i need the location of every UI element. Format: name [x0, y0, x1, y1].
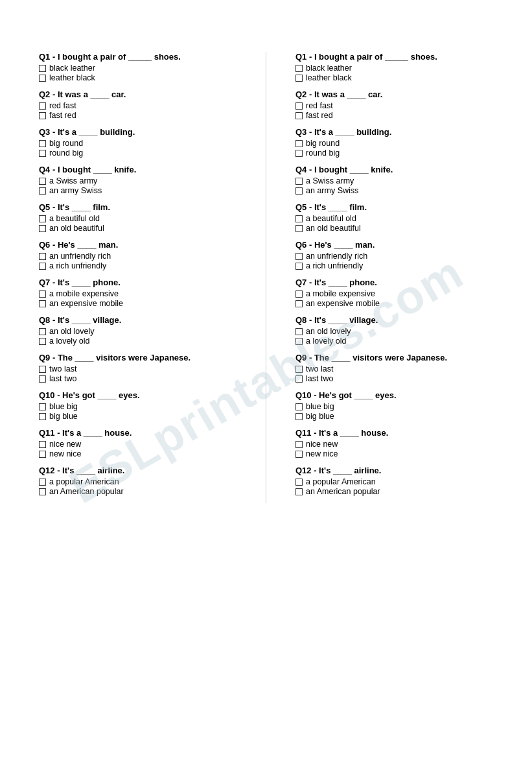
- option-row-left-q4-0: a Swiss army: [39, 176, 237, 185]
- question-block-right-q6: Q6 - He's ____ man.an unfriendly richa r…: [295, 240, 493, 271]
- checkbox-left-q2-1[interactable]: [39, 112, 46, 119]
- option-text-left-q12-0: a popular American: [49, 477, 119, 486]
- checkbox-left-q7-0[interactable]: [39, 290, 46, 298]
- checkbox-left-q10-1[interactable]: [39, 413, 46, 420]
- question-label-right-q11: Q11 - It's a ____ house.: [295, 428, 493, 438]
- left-column: Q1 - I bought a pair of _____ shoes.blac…: [39, 52, 237, 503]
- option-text-right-q6-1: a rich unfriendly: [306, 261, 363, 270]
- checkbox-right-q11-0[interactable]: [295, 441, 303, 448]
- checkbox-left-q1-0[interactable]: [39, 65, 46, 72]
- option-row-left-q11-1: new nice: [39, 449, 237, 458]
- checkbox-right-q1-0[interactable]: [295, 65, 303, 72]
- question-block-right-q7: Q7 - It's ____ phone.a mobile expensivea…: [295, 278, 493, 309]
- option-text-right-q6-0: an unfriendly rich: [306, 252, 367, 261]
- checkbox-right-q1-1[interactable]: [295, 75, 303, 82]
- option-text-left-q6-1: a rich unfriendly: [49, 261, 106, 270]
- question-block-right-q4: Q4 - I bought ____ knife.a Swiss armyan …: [295, 165, 493, 196]
- checkbox-right-q7-0[interactable]: [295, 290, 303, 298]
- checkbox-right-q3-0[interactable]: [295, 140, 303, 147]
- checkbox-right-q10-1[interactable]: [295, 413, 303, 420]
- checkbox-right-q12-0[interactable]: [295, 479, 303, 486]
- option-text-left-q6-0: an unfriendly rich: [49, 252, 111, 261]
- checkbox-right-q4-0[interactable]: [295, 178, 303, 185]
- checkbox-right-q8-1[interactable]: [295, 338, 303, 345]
- checkbox-left-q10-0[interactable]: [39, 403, 46, 410]
- option-row-left-q9-0: two last: [39, 364, 237, 373]
- question-label-left-q5: Q5 - It's ____ film.: [39, 202, 237, 212]
- checkbox-left-q9-1[interactable]: [39, 375, 46, 383]
- option-row-left-q8-1: a lovely old: [39, 337, 237, 346]
- option-row-left-q1-0: black leather: [39, 64, 237, 73]
- option-row-left-q2-1: fast red: [39, 111, 237, 120]
- option-row-right-q11-0: nice new: [295, 440, 493, 449]
- option-row-right-q7-1: an expensive mobile: [295, 299, 493, 308]
- question-label-right-q2: Q2 - It was a ____ car.: [295, 89, 493, 99]
- checkbox-right-q5-1[interactable]: [295, 225, 303, 232]
- checkbox-left-q12-1[interactable]: [39, 488, 46, 495]
- question-block-left-q3: Q3 - It's a ____ building.big roundround…: [39, 127, 237, 158]
- option-text-right-q8-1: a lovely old: [306, 337, 347, 346]
- option-text-left-q9-1: last two: [49, 374, 76, 383]
- option-row-right-q6-0: an unfriendly rich: [295, 252, 493, 261]
- checkbox-left-q6-1[interactable]: [39, 263, 46, 270]
- option-text-right-q11-0: nice new: [306, 440, 338, 449]
- checkbox-left-q11-0[interactable]: [39, 441, 46, 448]
- checkbox-left-q5-1[interactable]: [39, 225, 46, 232]
- checkbox-right-q2-0[interactable]: [295, 102, 303, 110]
- checkbox-left-q8-0[interactable]: [39, 328, 46, 335]
- option-row-left-q7-0: a mobile expensive: [39, 289, 237, 298]
- option-text-left-q1-1: leather black: [49, 73, 95, 82]
- checkbox-right-q3-1[interactable]: [295, 150, 303, 157]
- option-text-left-q11-0: nice new: [49, 440, 81, 449]
- option-text-left-q3-1: round big: [49, 148, 83, 158]
- checkbox-left-q9-0[interactable]: [39, 366, 46, 373]
- option-row-left-q2-0: red fast: [39, 101, 237, 110]
- option-row-left-q4-1: an army Swiss: [39, 186, 237, 195]
- question-block-right-q5: Q5 - It's ____ film.a beautiful oldan ol…: [295, 202, 493, 233]
- checkbox-right-q11-1[interactable]: [295, 451, 303, 458]
- checkbox-right-q5-0[interactable]: [295, 215, 303, 222]
- option-text-right-q12-0: a popular American: [306, 477, 376, 486]
- option-text-left-q2-0: red fast: [49, 101, 76, 110]
- question-label-right-q8: Q8 - It's ____ village.: [295, 315, 493, 325]
- question-block-left-q5: Q5 - It's ____ film.a beautiful oldan ol…: [39, 202, 237, 233]
- option-text-left-q3-0: big round: [49, 139, 83, 148]
- question-block-left-q9: Q9 - The ____ visitors were Japanese.two…: [39, 353, 237, 384]
- question-block-left-q11: Q11 - It's a ____ house.nice newnew nice: [39, 428, 237, 459]
- checkbox-right-q9-1[interactable]: [295, 375, 303, 383]
- option-row-left-q12-0: a popular American: [39, 477, 237, 486]
- option-text-right-q2-0: red fast: [306, 101, 333, 110]
- checkbox-right-q4-1[interactable]: [295, 187, 303, 195]
- checkbox-right-q6-1[interactable]: [295, 263, 303, 270]
- column-divider: [266, 52, 266, 503]
- checkbox-right-q12-1[interactable]: [295, 488, 303, 495]
- question-block-left-q7: Q7 - It's ____ phone.a mobile expensivea…: [39, 278, 237, 309]
- question-label-left-q2: Q2 - It was a ____ car.: [39, 89, 237, 99]
- checkbox-right-q10-0[interactable]: [295, 403, 303, 410]
- checkbox-left-q3-0[interactable]: [39, 140, 46, 147]
- option-text-left-q5-0: a beautiful old: [49, 214, 100, 223]
- checkbox-left-q4-0[interactable]: [39, 178, 46, 185]
- question-label-right-q3: Q3 - It's a ____ building.: [295, 127, 493, 137]
- checkbox-left-q3-1[interactable]: [39, 150, 46, 157]
- checkbox-left-q12-0[interactable]: [39, 479, 46, 486]
- option-row-right-q8-0: an old lovely: [295, 327, 493, 336]
- question-block-left-q10: Q10 - He's got ____ eyes.blue bigbig blu…: [39, 390, 237, 421]
- checkbox-left-q11-1[interactable]: [39, 451, 46, 458]
- checkbox-left-q7-1[interactable]: [39, 300, 46, 307]
- option-row-right-q12-0: a popular American: [295, 477, 493, 486]
- checkbox-right-q9-0[interactable]: [295, 366, 303, 373]
- checkbox-left-q2-0[interactable]: [39, 102, 46, 110]
- checkbox-right-q8-0[interactable]: [295, 328, 303, 335]
- option-row-left-q12-1: an American popular: [39, 487, 237, 496]
- checkbox-left-q4-1[interactable]: [39, 187, 46, 195]
- question-label-right-q1: Q1 - I bought a pair of _____ shoes.: [295, 52, 493, 62]
- checkbox-left-q1-1[interactable]: [39, 75, 46, 82]
- checkbox-left-q8-1[interactable]: [39, 338, 46, 345]
- option-row-right-q11-1: new nice: [295, 449, 493, 458]
- checkbox-left-q6-0[interactable]: [39, 253, 46, 260]
- checkbox-right-q7-1[interactable]: [295, 300, 303, 307]
- checkbox-right-q2-1[interactable]: [295, 112, 303, 119]
- checkbox-right-q6-0[interactable]: [295, 253, 303, 260]
- checkbox-left-q5-0[interactable]: [39, 215, 46, 222]
